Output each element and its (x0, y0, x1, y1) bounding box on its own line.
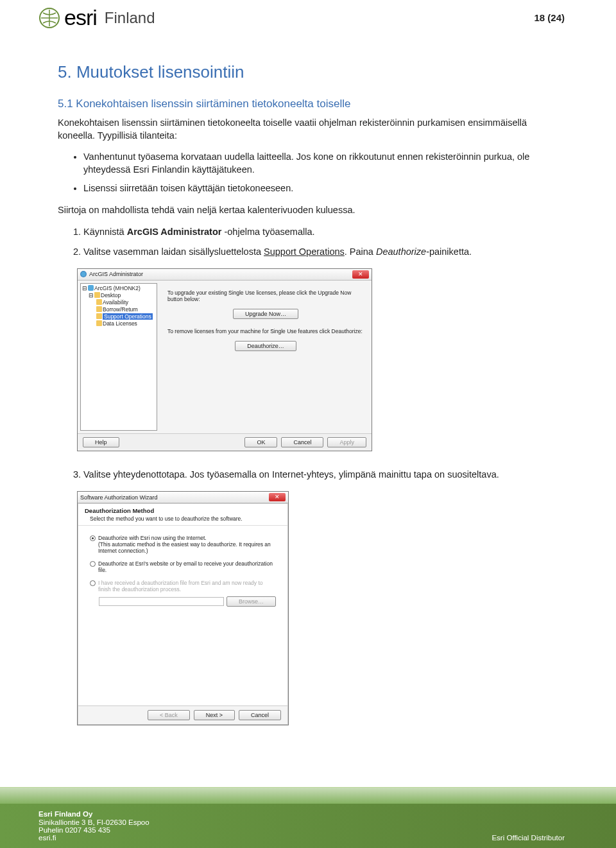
radio-icon (90, 580, 96, 586)
footer-decoration (0, 787, 616, 804)
upgrade-button[interactable]: Upgrade Now… (233, 309, 298, 319)
page-header: esri Finland 18 (24) (0, 0, 616, 30)
arcgis-admin-dialog: ArcGIS Administrator ✕ ⊟ArcGIS (MHONK2) … (77, 268, 372, 451)
dialog-titlebar: Software Authorization Wizard ✕ (78, 492, 288, 503)
folder-icon (96, 299, 102, 305)
wizard-header: Deauthorization Method Select the method… (78, 504, 287, 526)
tree-panel[interactable]: ⊟ArcGIS (MHONK2) ⊟Desktop Availability B… (80, 283, 157, 431)
brand-logo: esri Finland (38, 5, 155, 30)
dialog-footer: Help OK Cancel Apply (78, 433, 372, 451)
footer-address: Esri Finland Oy Sinikalliontie 3 B, FI-0… (38, 810, 150, 842)
close-button[interactable]: ✕ (352, 270, 369, 279)
bullet-list: Vanhentunut työasema korvataan uudella l… (83, 151, 558, 195)
brand-text: esri (64, 5, 97, 30)
brand-country: Finland (105, 9, 155, 27)
content-area: 5. Muutokset lisensointiin 5.1 Konekohta… (0, 30, 616, 725)
tree-node-selected[interactable]: Support Operations (103, 313, 153, 320)
wizard-heading: Deauthorization Method (85, 507, 281, 514)
folder-icon (96, 320, 102, 326)
browse-button: Browse… (227, 596, 276, 607)
step-3: Valitse yhteydenottotapa. Jos työasemall… (83, 468, 558, 481)
app-icon (80, 271, 87, 277)
apply-button[interactable]: Apply (327, 437, 366, 447)
page-footer: Esri Finland Oy Sinikalliontie 3 B, FI-0… (0, 787, 616, 848)
wizard-subheading: Select the method you want to use to dea… (90, 515, 281, 522)
radio-option-3: I have received a deauthorization file f… (90, 580, 276, 593)
tree-node[interactable]: Borrow/Return (103, 306, 138, 313)
numbered-list-cont: Valitse yhteydenottotapa. Jos työasemall… (83, 468, 558, 481)
dialog-titlebar: ArcGIS Administrator ✕ (78, 269, 372, 281)
heading-1: 5. Muutokset lisensointiin (58, 62, 558, 82)
auth-wizard-dialog: Software Authorization Wizard ✕ Deauthor… (77, 491, 289, 725)
options-panel: Deauthorize with Esri now using the Inte… (78, 526, 287, 705)
ok-button[interactable]: OK (244, 437, 277, 447)
root-icon (88, 285, 94, 291)
page-number: 18 (24) (534, 12, 565, 23)
wizard-footer: < Back Next > Cancel (78, 705, 287, 724)
step-2: Valitse vasemman laidan sisällysluettelo… (83, 245, 558, 258)
close-button[interactable]: ✕ (269, 493, 286, 501)
radio-option-2[interactable]: Deauthorize at Esri's website or by emai… (90, 560, 276, 573)
radio-icon (90, 535, 96, 541)
pane-text: To remove licenses from your machine for… (167, 328, 364, 334)
deauthorize-button[interactable]: Deauthorize… (235, 341, 296, 351)
dialog-title: Software Authorization Wizard (80, 494, 158, 501)
folder-icon (94, 292, 100, 298)
help-button[interactable]: Help (83, 437, 119, 447)
next-button[interactable]: Next > (194, 710, 235, 720)
footer-distributor: Esri Official Distributor (492, 834, 565, 842)
bullet-item: Lisenssi siirretään toisen käyttäjän tie… (83, 182, 558, 195)
radio-option-1[interactable]: Deauthorize with Esri now using the Inte… (90, 535, 276, 554)
intro-paragraph: Konekohtaisen lisenssin siirtäminen tiet… (58, 117, 558, 142)
radio-icon (90, 561, 96, 567)
step-1: Käynnistä ArcGIS Administrator -ohjelma … (83, 225, 558, 238)
cancel-button[interactable]: Cancel (239, 710, 281, 720)
back-button[interactable]: < Back (148, 710, 190, 720)
dialog-title: ArcGIS Administrator (89, 271, 143, 277)
pane-text: To upgrade your existing Single Use lice… (167, 290, 364, 302)
tree-node[interactable]: Desktop (101, 292, 121, 299)
cancel-button[interactable]: Cancel (281, 437, 323, 447)
file-input-row: Browse… (99, 596, 276, 607)
folder-icon (96, 313, 102, 319)
paragraph: Siirtoja on mahdollista tehdä vain neljä… (58, 204, 558, 217)
file-path-input (99, 597, 224, 606)
numbered-list: Käynnistä ArcGIS Administrator -ohjelma … (83, 225, 558, 258)
tree-node[interactable]: Availability (103, 299, 128, 306)
bullet-item: Vanhentunut työasema korvataan uudella l… (83, 151, 558, 176)
heading-2: 5.1 Konekohtaisen lisenssin siirtäminen … (58, 98, 558, 110)
globe-icon (38, 7, 60, 29)
tree-node[interactable]: Data Licenses (103, 320, 137, 327)
folder-icon (96, 306, 102, 312)
content-pane: To upgrade your existing Single Use lice… (160, 281, 372, 433)
